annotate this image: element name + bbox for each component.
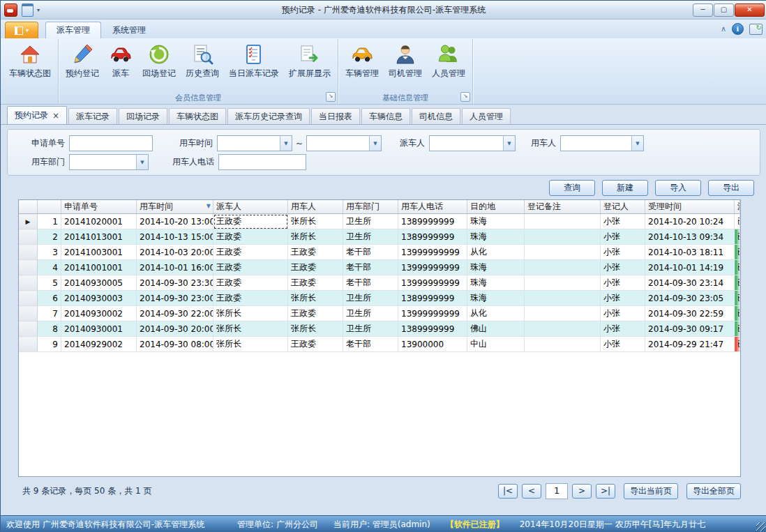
minimize-button[interactable]: ─: [693, 3, 713, 17]
cell-apply_no: 20140930001: [61, 321, 137, 337]
table-row[interactable]: 8201409300012014-09-30 20:00张所长张所长卫生所138…: [19, 321, 740, 337]
use-time-to-combo[interactable]: ▼: [306, 135, 382, 151]
export-all-pages-button[interactable]: 导出全部页: [686, 483, 741, 499]
doc-tab-label: 当日报表: [319, 111, 352, 123]
user-combo[interactable]: ▼: [560, 135, 644, 151]
quick-access-dropdown-icon[interactable]: ▾: [37, 7, 40, 13]
column-header-destination[interactable]: 目的地: [467, 200, 525, 214]
cell-accept_time: 2014-10-01 14:19: [645, 260, 735, 275]
current-user-text: 当前用户: 管理员(admin): [333, 519, 430, 531]
column-header-registrar[interactable]: 登记人: [601, 200, 645, 214]
table-row[interactable]: 9201409290022014-09-30 08:00张所长王政委老干部139…: [19, 337, 740, 352]
table-row[interactable]: 2201410130012014-10-13 15:00王政委张所长卫生所138…: [19, 229, 740, 245]
info-icon[interactable]: i: [732, 23, 744, 35]
ribbon-button-yellow-car[interactable]: 车辆管理: [340, 39, 384, 82]
phone-input[interactable]: [218, 154, 306, 170]
column-header-user[interactable]: 用车人: [288, 200, 343, 214]
registered-badge[interactable]: 【软件已注册】: [446, 519, 504, 531]
ribbon-button-history-search[interactable]: 历史查询: [181, 39, 224, 82]
doc-tab-3[interactable]: 回场记录: [119, 108, 167, 124]
close-tab-icon[interactable]: ×: [52, 112, 59, 120]
filter-dropdown-icon[interactable]: ▼: [206, 203, 211, 209]
window-title: 预约记录 - 广州爱奇迪软件科技有限公司-派车管理系统: [91, 1, 676, 19]
dialog-launcher-icon[interactable]: ↘: [460, 92, 470, 102]
ribbon-button-extend-screen[interactable]: 扩展屏显示: [284, 39, 336, 82]
last-page-button[interactable]: >|: [596, 484, 615, 499]
use-time-from-combo[interactable]: ▼: [217, 135, 292, 151]
query-button[interactable]: 查询: [549, 180, 595, 196]
app-logo-icon[interactable]: [4, 3, 17, 17]
table-row[interactable]: 6201409300032014-09-30 23:00王政委张所长卫生所138…: [19, 291, 740, 306]
cell-dispatcher: 张所长: [213, 306, 288, 321]
chevron-down-icon[interactable]: ▼: [280, 136, 292, 151]
ribbon-button-red-car[interactable]: 派车: [104, 39, 137, 82]
table-row[interactable]: ▶1201410200012014-10-20 13:00王政委张所长卫生所13…: [19, 214, 740, 229]
chevron-down-icon[interactable]: ▼: [631, 136, 643, 151]
use-time-from-input[interactable]: [218, 136, 280, 151]
quick-access-window-icon[interactable]: [22, 3, 33, 17]
table-row[interactable]: 5201409300052014-09-30 23:30王政委王政委老干部139…: [19, 275, 740, 291]
doc-tab-1[interactable]: 预约记录×: [7, 106, 67, 124]
cell-dept: 卫生所: [343, 214, 398, 229]
ribbon-button-pencil[interactable]: 预约登记: [61, 39, 104, 82]
resize-grip[interactable]: [756, 522, 765, 531]
user-input[interactable]: [561, 136, 631, 151]
doc-tab-4[interactable]: 车辆状态图: [169, 108, 226, 124]
application-menu-button[interactable]: ▾: [5, 22, 38, 38]
use-time-to-input[interactable]: [307, 136, 369, 151]
column-header-dispatcher[interactable]: 派车人: [213, 200, 288, 214]
dispatcher-combo[interactable]: ▼: [429, 135, 516, 151]
cell-remark: [525, 245, 601, 260]
close-button[interactable]: ✕: [735, 3, 765, 17]
dialog-launcher-icon[interactable]: ↘: [326, 92, 336, 102]
chevron-down-icon[interactable]: ▼: [369, 136, 381, 151]
ribbon-button-daily-record[interactable]: 当日派车记录: [224, 39, 284, 82]
ribbon-button-people[interactable]: 人员管理: [427, 39, 470, 82]
ribbon-button-driver[interactable]: 司机管理: [384, 39, 427, 82]
ribbon-button-house[interactable]: 车辆状态图: [4, 39, 56, 82]
column-header-use_time[interactable]: 用车时间▼: [137, 200, 213, 214]
ribbon-tab-2[interactable]: 系统管理: [101, 22, 157, 38]
column-header-accept_time[interactable]: 受理时间: [645, 200, 735, 214]
column-header-dept[interactable]: 用车部门: [343, 200, 398, 214]
table-row[interactable]: 7201409300022014-09-30 22:00张所长王政委卫生所139…: [19, 306, 740, 321]
dept-input[interactable]: [70, 155, 136, 169]
doc-tab-7[interactable]: 车辆信息: [361, 108, 410, 124]
prev-page-button[interactable]: <: [522, 484, 541, 499]
next-page-button[interactable]: >: [572, 484, 592, 499]
dept-combo[interactable]: ▼: [69, 154, 149, 170]
user-label: 用车人: [523, 137, 560, 149]
cell-accept_time: 2014-09-30 22:59: [645, 306, 735, 321]
grid-header-row: 申请单号用车时间▼派车人用车人用车部门用车人电话目的地登记备注登记人受理时间派车…: [19, 200, 740, 214]
column-header-phone[interactable]: 用车人电话: [398, 200, 467, 214]
collapse-ribbon-icon[interactable]: ∧: [721, 26, 726, 33]
new-button[interactable]: 新建: [602, 180, 648, 196]
doc-tab-6[interactable]: 当日报表: [311, 108, 360, 124]
cell-user: 张所长: [288, 291, 343, 306]
ribbon-button-return-refresh[interactable]: 回场登记: [137, 39, 181, 82]
table-row[interactable]: 3201410030012014-10-03 20:00王政委王政委老干部139…: [19, 245, 740, 260]
ribbon-button-label: 预约登记: [66, 68, 99, 79]
doc-tab-9[interactable]: 人员管理: [462, 108, 511, 124]
page-number-input[interactable]: [546, 483, 568, 499]
column-header-status[interactable]: 派车状态: [735, 200, 740, 214]
cell-user: 王政委: [288, 245, 343, 260]
column-header-apply_no[interactable]: 申请单号: [61, 200, 137, 214]
ribbon-tab-1[interactable]: 派车管理: [45, 22, 101, 38]
first-page-button[interactable]: |<: [498, 484, 518, 499]
export-button[interactable]: 导出: [708, 180, 754, 196]
switch-window-icon[interactable]: [749, 24, 763, 35]
cell-user: 张所长: [288, 229, 343, 245]
chevron-down-icon[interactable]: ▼: [136, 155, 148, 169]
doc-tab-5[interactable]: 派车历史记录查询: [227, 108, 310, 124]
table-row[interactable]: 4201410010012014-10-01 16:00王政委王政委老干部139…: [19, 260, 740, 275]
doc-tab-2[interactable]: 派车记录: [68, 108, 117, 124]
column-header-remark[interactable]: 登记备注: [525, 200, 601, 214]
maximize-button[interactable]: ▢: [714, 3, 734, 17]
export-current-page-button[interactable]: 导出当前页: [624, 483, 678, 499]
import-button[interactable]: 导入: [655, 180, 701, 196]
dispatcher-input[interactable]: [430, 136, 503, 151]
chevron-down-icon[interactable]: ▼: [503, 136, 515, 151]
apply-no-input[interactable]: [69, 135, 153, 151]
doc-tab-8[interactable]: 司机信息: [412, 108, 460, 124]
